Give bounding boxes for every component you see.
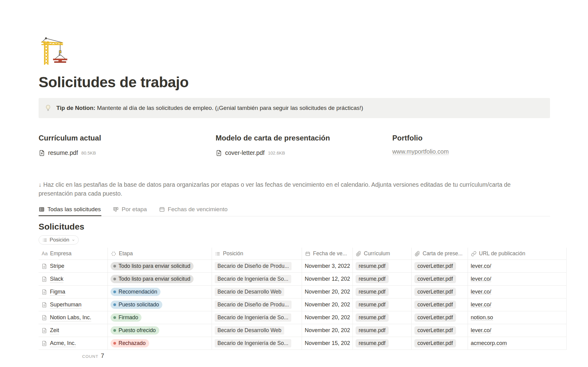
- stage-cell[interactable]: Firmado: [108, 311, 212, 324]
- resume-cell[interactable]: resume.pdf: [353, 260, 412, 273]
- construction-crane-icon: [39, 36, 70, 67]
- resume-cell[interactable]: resume.pdf: [353, 298, 412, 311]
- tab-by-stage[interactable]: Por etapa: [113, 204, 147, 216]
- tab-due-dates[interactable]: Fechas de vencimiento: [159, 204, 228, 216]
- position-cell[interactable]: Becario de Ingeniería de So...: [212, 273, 302, 286]
- due-date-cell[interactable]: November 20, 202: [302, 298, 353, 311]
- company-cell[interactable]: Acme, Inc.: [39, 337, 108, 350]
- cover-letter-cell[interactable]: coverLetter.pdf: [412, 286, 468, 298]
- stage-cell[interactable]: Rechazado: [108, 337, 212, 350]
- stage-cell[interactable]: Todo listo para enviar solicitud: [108, 273, 212, 286]
- url-cell[interactable]: lever.co/: [468, 298, 567, 311]
- cover-letter-cell[interactable]: coverLetter.pdf: [412, 273, 468, 286]
- company-cell[interactable]: Zeit: [39, 324, 108, 337]
- company-cell[interactable]: Notion Labs, Inc.: [39, 311, 108, 324]
- cover-letter-cell[interactable]: coverLetter.pdf: [412, 337, 468, 350]
- due-date-cell[interactable]: November 20, 202: [302, 311, 353, 324]
- resume-heading: Currículum actual: [39, 133, 216, 143]
- column-header-resume[interactable]: Currículum: [353, 248, 412, 260]
- url-cell[interactable]: lever.co/: [468, 286, 567, 298]
- company-cell[interactable]: Stripe: [39, 260, 108, 273]
- posting-url: lever.co/: [471, 301, 491, 308]
- file-chip: coverLetter.pdf: [414, 339, 456, 347]
- due-date: November 20, 202: [305, 327, 350, 334]
- stage-cell[interactable]: Recomendación: [108, 286, 212, 298]
- resume-cell[interactable]: resume.pdf: [353, 337, 412, 350]
- due-date-cell[interactable]: November 3, 2022: [302, 260, 353, 273]
- due-date: November 20, 202: [305, 314, 350, 321]
- position-cell[interactable]: Becario de Diseño de Produ...: [212, 298, 302, 311]
- column-header-position[interactable]: Posición: [212, 248, 302, 260]
- resume-file[interactable]: resume.pdf 80.5KB: [39, 149, 216, 156]
- stage-cell[interactable]: Puesto solicitado: [108, 298, 212, 311]
- cover-letter-cell[interactable]: coverLetter.pdf: [412, 311, 468, 324]
- count-footer[interactable]: COUNT 7: [39, 352, 108, 359]
- column-header-url[interactable]: URL de publicación: [468, 248, 567, 260]
- posting-url: acmecorp.com: [471, 340, 507, 346]
- stage-cell[interactable]: Puesto ofrecido: [108, 324, 212, 337]
- column-header-company[interactable]: AaEmpresa: [39, 248, 108, 260]
- portfolio-link[interactable]: www.myportfolio.com: [392, 148, 449, 155]
- resume-cell[interactable]: resume.pdf: [353, 311, 412, 324]
- company-name: Zeit: [50, 327, 59, 334]
- stage-cell[interactable]: Todo listo para enviar solicitud: [108, 260, 212, 273]
- column-header-stage[interactable]: Etapa: [108, 248, 212, 260]
- status-badge: Recomendación: [111, 288, 160, 296]
- resume-cell[interactable]: resume.pdf: [353, 286, 412, 298]
- file-chip: resume.pdf: [356, 339, 389, 347]
- applications-table: AaEmpresa Etapa Posición Fecha de ve... …: [39, 248, 567, 350]
- due-date-cell[interactable]: November 12, 202: [302, 273, 353, 286]
- url-cell[interactable]: acmecorp.com: [468, 337, 567, 350]
- company-cell[interactable]: Superhuman: [39, 298, 108, 311]
- position-cell[interactable]: Becario de Ingeniería de So...: [212, 311, 302, 324]
- cover-letter-cell[interactable]: coverLetter.pdf: [412, 324, 468, 337]
- status-badge: Todo listo para enviar solicitud: [111, 262, 194, 270]
- position-cell[interactable]: Becario de Desarrollo Web: [212, 286, 302, 298]
- count-label: COUNT: [82, 354, 98, 359]
- url-cell[interactable]: notion.so: [468, 311, 567, 324]
- file-chip: coverLetter.pdf: [414, 326, 456, 335]
- resume-cell[interactable]: resume.pdf: [353, 273, 412, 286]
- company-name: Figma: [50, 288, 65, 296]
- column-label: Etapa: [119, 250, 133, 257]
- column-header-cover-letter[interactable]: Carta de prese...: [412, 248, 468, 260]
- table-view-icon: [39, 206, 45, 212]
- position-tag: Becario de Diseño de Produ...: [215, 301, 292, 309]
- cover-letter-cell[interactable]: coverLetter.pdf: [412, 260, 468, 273]
- column-label: Posición: [223, 250, 243, 257]
- posting-url: lever.co/: [471, 289, 491, 295]
- position-cell[interactable]: Becario de Desarrollo Web: [212, 324, 302, 337]
- position-filter-chip[interactable]: Posición: [39, 235, 79, 245]
- database-title: Solicitudes: [39, 221, 567, 232]
- url-cell[interactable]: lever.co/: [468, 273, 567, 286]
- url-cell[interactable]: lever.co/: [468, 324, 567, 337]
- due-date: November 3, 2022: [305, 263, 350, 269]
- light-bulb-icon: [44, 104, 52, 112]
- portfolio-column: Portfolio www.myportfolio.com: [392, 133, 550, 156]
- tab-all-applications[interactable]: Todas las solicitudes: [39, 204, 101, 216]
- due-date-cell[interactable]: November 20, 202: [302, 324, 353, 337]
- callout-text: Tip de Notion: Mantente al día de las so…: [56, 104, 363, 112]
- file-chip: resume.pdf: [356, 288, 389, 296]
- url-cell[interactable]: lever.co/: [468, 260, 567, 273]
- upload-file-icon: [39, 150, 45, 156]
- position-cell[interactable]: Becario de Diseño de Produ...: [212, 260, 302, 273]
- column-header-due-date[interactable]: Fecha de ve...: [302, 248, 353, 260]
- company-cell[interactable]: Slack: [39, 273, 108, 286]
- page-emoji[interactable]: [39, 36, 567, 67]
- company-cell[interactable]: Figma: [39, 286, 108, 298]
- resume-column: Currículum actual resume.pdf 80.5KB: [39, 133, 216, 156]
- position-cell[interactable]: Becario de Ingeniería de So...: [212, 337, 302, 350]
- company-name: Stripe: [50, 263, 64, 270]
- file-chip: resume.pdf: [356, 275, 389, 283]
- link-property-icon: [471, 251, 477, 257]
- cover-letter-cell[interactable]: coverLetter.pdf: [412, 298, 468, 311]
- page-icon: [41, 289, 47, 295]
- resume-cell[interactable]: resume.pdf: [353, 324, 412, 337]
- due-date-cell[interactable]: November 20, 202: [302, 286, 353, 298]
- due-date: November 15, 202: [305, 340, 350, 346]
- tab-label: Todas las solicitudes: [47, 206, 101, 213]
- company-name: Slack: [50, 275, 63, 283]
- cover-letter-file[interactable]: cover-letter.pdf 102.6KB: [216, 149, 392, 156]
- due-date-cell[interactable]: November 15, 202: [302, 337, 353, 350]
